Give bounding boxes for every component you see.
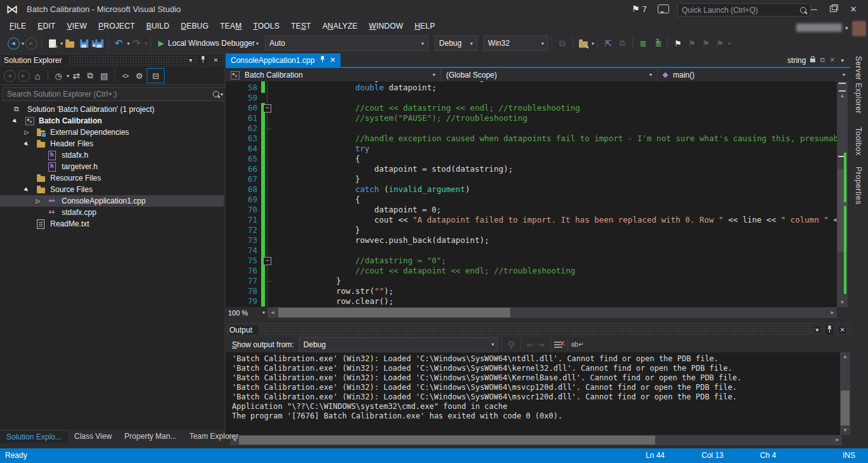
- split-window-handle[interactable]: [839, 83, 846, 92]
- close-tab-icon[interactable]: ✕: [330, 56, 336, 64]
- menu-tools[interactable]: TOOLS: [247, 20, 285, 32]
- user-name-blurred[interactable]: [796, 24, 842, 32]
- fold-margin[interactable]: [265, 154, 275, 164]
- breakpoint-margin[interactable]: [226, 113, 236, 123]
- keep-open-icon[interactable]: [810, 59, 815, 62]
- breakpoint-margin[interactable]: [226, 154, 236, 164]
- menu-project[interactable]: PROJECT: [93, 20, 140, 32]
- fold-margin[interactable]: [265, 296, 275, 307]
- undo-button[interactable]: ↶: [112, 36, 125, 50]
- find-dropdown-icon[interactable]: ▾: [592, 41, 594, 46]
- uncomment-lines-button[interactable]: ≣?: [651, 36, 663, 50]
- new-file-button[interactable]: [46, 36, 58, 50]
- breakpoint-margin[interactable]: [226, 93, 236, 103]
- status-insert-mode[interactable]: INS: [843, 451, 855, 460]
- menu-analyze[interactable]: ANALYZE: [316, 20, 363, 32]
- collapse-icon[interactable]: ▶: [22, 139, 32, 149]
- tree-item-consoleapplication1-cpp[interactable]: ▷ConsoleApplication1.cpp: [0, 195, 224, 207]
- breakpoint-margin[interactable]: [226, 266, 236, 276]
- navigate-forward-button[interactable]: ►: [25, 36, 37, 50]
- panel-tab-team-explorer[interactable]: Team Explorer: [183, 430, 245, 443]
- tree-item-stdafx-cpp[interactable]: stdafx.cpp: [0, 207, 224, 218]
- fold-margin[interactable]: [265, 134, 275, 144]
- editor-horizontal-scrollbar[interactable]: ◄ ►: [268, 307, 837, 318]
- redo-button[interactable]: ↷: [130, 36, 143, 50]
- fold-margin[interactable]: [265, 286, 275, 296]
- code-line-62[interactable]: 62: [226, 123, 837, 134]
- fold-margin[interactable]: [265, 245, 275, 256]
- code-editor[interactable]: 57getline(row, datastring, ',');58double…: [226, 81, 837, 307]
- restore-button[interactable]: [825, 3, 841, 15]
- attach-to-process-button[interactable]: ⧉: [556, 36, 569, 50]
- close-preview-icon[interactable]: ✕: [829, 56, 835, 64]
- code-line-66[interactable]: 66datapoint = stod(datastring);: [226, 164, 837, 174]
- scroll-up-icon[interactable]: ▲: [837, 92, 848, 100]
- notifications-flag-icon[interactable]: ⚑: [632, 4, 640, 14]
- collapse-region-icon[interactable]: −: [263, 104, 271, 113]
- breakpoint-margin[interactable]: [226, 245, 236, 256]
- view-code-icon[interactable]: <>: [119, 69, 132, 82]
- undo-dropdown-icon[interactable]: ▾: [127, 41, 130, 46]
- menu-file[interactable]: FILE: [4, 20, 32, 32]
- code-line-65[interactable]: 65{: [226, 154, 837, 164]
- breakpoint-margin[interactable]: [226, 164, 236, 174]
- code-line-76[interactable]: 76//cout << datapoint << endl; //trouble…: [226, 266, 837, 276]
- breakpoint-margin[interactable]: [226, 296, 236, 307]
- menu-window[interactable]: WINDOW: [363, 20, 409, 32]
- pending-changes-filter-icon[interactable]: ◷: [52, 69, 65, 82]
- minimize-button[interactable]: ─: [806, 3, 822, 15]
- code-line-61[interactable]: 61//system("PAUSE"); //troubleshooting: [226, 113, 837, 123]
- code-line-75[interactable]: 75//datastring = "0";: [226, 256, 837, 266]
- breakpoint-margin[interactable]: [226, 286, 236, 296]
- code-line-73[interactable]: 73rowvec.push_back(datapoint);: [226, 235, 837, 245]
- word-wrap-icon[interactable]: ab↵: [571, 341, 584, 348]
- fold-margin[interactable]: [265, 83, 275, 93]
- tree-item-header-files[interactable]: ▶Header Files: [0, 138, 224, 149]
- nav-scope-combo[interactable]: (Global Scope) ▾: [441, 68, 658, 81]
- editor-vertical-scrollbar[interactable]: ▲ ▼: [837, 81, 848, 307]
- breakpoint-margin[interactable]: [226, 256, 236, 266]
- panel-tab-class-view[interactable]: Class View: [68, 430, 118, 443]
- menu-team[interactable]: TEAM: [214, 20, 247, 32]
- fold-margin[interactable]: [265, 205, 275, 215]
- code-line-78[interactable]: 78row.str("");: [226, 286, 837, 296]
- status-line-number[interactable]: Ln 44: [646, 451, 665, 460]
- code-line-58[interactable]: 58double datapoint;: [226, 83, 837, 93]
- fold-margin[interactable]: [265, 93, 275, 103]
- code-line-60[interactable]: 60//cout << datastring << endl; //troubl…: [226, 103, 837, 113]
- previous-bookmark-button[interactable]: ⚑: [686, 36, 698, 50]
- fold-margin[interactable]: [265, 215, 275, 225]
- preview-tab-string[interactable]: string ⧉ ✕ ▾: [787, 53, 844, 67]
- next-bookmark-button[interactable]: ⚑: [700, 36, 712, 50]
- collapse-icon[interactable]: ▶: [22, 185, 32, 195]
- code-line-69[interactable]: 69{: [226, 195, 837, 205]
- code-line-64[interactable]: 64try: [226, 144, 837, 154]
- menu-debug[interactable]: DEBUG: [175, 20, 215, 32]
- new-file-dropdown-icon[interactable]: ▾: [60, 41, 63, 46]
- dock-tab-server-explorer[interactable]: Server Explorer: [854, 56, 863, 114]
- tree-item-stdafx-h[interactable]: stdafx.h: [0, 149, 224, 161]
- collapse-icon[interactable]: ▶: [11, 116, 20, 126]
- menu-view[interactable]: VIEW: [61, 20, 92, 32]
- output-source-combo[interactable]: Debug ▾: [299, 337, 498, 352]
- scrollbar-thumb[interactable]: [278, 308, 510, 317]
- solution-platform-combo[interactable]: Win32 ▾: [484, 36, 548, 51]
- navigate-backward-button[interactable]: ◄: [7, 36, 20, 50]
- code-line-79[interactable]: 79row.clear();: [226, 296, 837, 307]
- tree-item-source-files[interactable]: ▶Source Files: [0, 184, 224, 195]
- menu-help[interactable]: HELP: [409, 20, 440, 32]
- output-log[interactable]: 'Batch Calibration.exe' (Win32): Loaded …: [226, 352, 840, 435]
- find-in-files-button[interactable]: [577, 36, 590, 50]
- window-position-dropdown-icon[interactable]: ▾: [188, 57, 194, 64]
- code-line-71[interactable]: 71cout << "A datapoint failed to import.…: [226, 215, 837, 225]
- bookmarks-dropdown-icon[interactable]: ▾: [728, 41, 731, 46]
- pin-tab-icon[interactable]: [320, 56, 325, 65]
- solution-explorer-header[interactable]: Solution Explorer ▾ ✕: [0, 53, 224, 67]
- scroll-right-icon[interactable]: ►: [833, 435, 842, 445]
- home-icon[interactable]: ⌂: [31, 69, 44, 82]
- status-character-number[interactable]: Ch 4: [760, 451, 776, 460]
- preview-selected-items-icon[interactable]: ⊟: [147, 68, 165, 83]
- fold-margin[interactable]: [265, 266, 275, 276]
- previous-message-icon[interactable]: ⇐: [527, 340, 533, 349]
- scroll-left-icon[interactable]: ◄: [268, 307, 277, 318]
